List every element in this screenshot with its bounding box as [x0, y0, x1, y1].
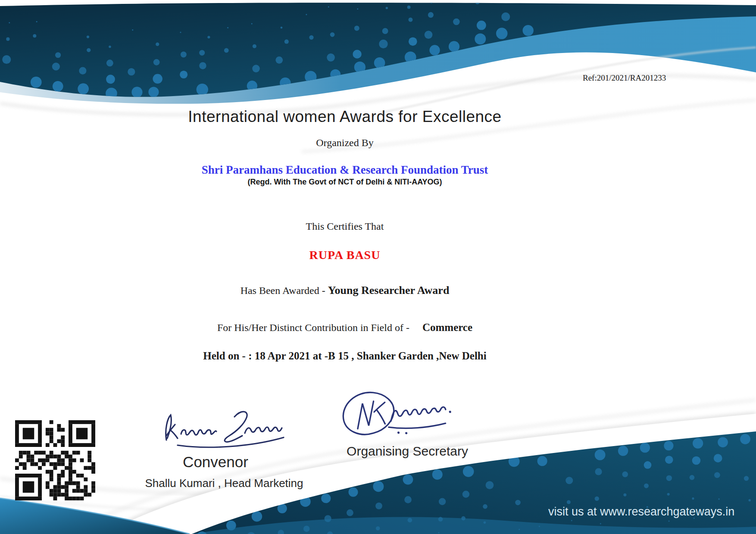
convenor-name-label: Shallu Kumari , Head Marketing: [134, 477, 315, 490]
recipient-name: RUPA BASU: [0, 248, 690, 262]
registration-note: (Regd. With The Govt of NCT of Delhi & N…: [0, 178, 690, 187]
qr-code: [15, 420, 95, 500]
footer-visit-text: visit us at www.researchgateways.in: [548, 505, 734, 518]
award-prefix: Has Been Awarded -: [241, 285, 328, 296]
ref-number: Ref:201/2021/RA201233: [583, 73, 666, 83]
certificate-title: International women Awards for Excellenc…: [0, 108, 690, 126]
certifies-label: This Certifies That: [0, 221, 690, 232]
organized-by-label: Organized By: [0, 137, 690, 149]
held-on-line: Held on - : 18 Apr 2021 at -B 15 , Shank…: [0, 350, 690, 362]
award-line: Has Been Awarded - Young Researcher Awar…: [0, 284, 690, 297]
top-wave-decoration: [0, 0, 756, 181]
certificate-page: Ref:201/2021/RA201233 International wome…: [0, 0, 756, 534]
organization-name: Shri Paramhans Education & Research Foun…: [0, 163, 690, 177]
contribution-prefix: For His/Her Distinct Contribution in Fie…: [217, 322, 409, 333]
signature-left: [160, 407, 290, 450]
signature-right: [331, 384, 463, 440]
organising-secretary-label: Organising Secretary: [341, 444, 474, 459]
contribution-line: For His/Her Distinct Contribution in Fie…: [0, 322, 690, 334]
field-name: Commerce: [422, 322, 472, 333]
convenor-role-label: Convenor: [151, 453, 280, 471]
award-name: Young Researcher Award: [328, 284, 450, 297]
